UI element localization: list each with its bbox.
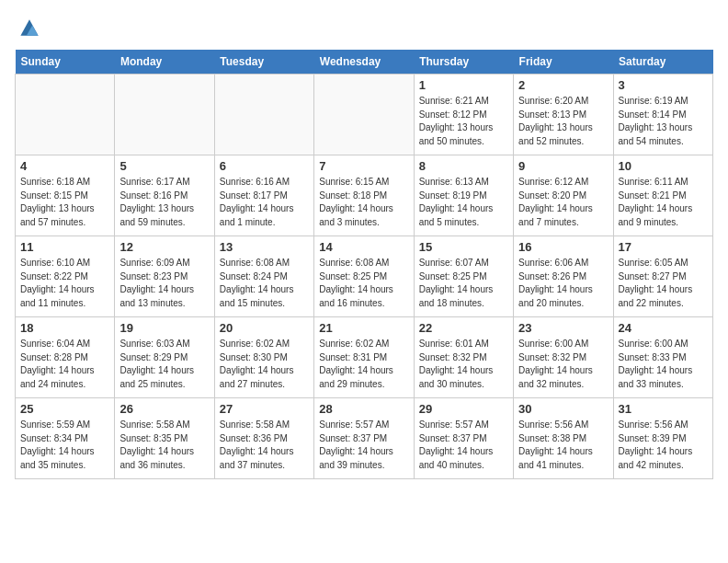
- calendar-cell: 22Sunrise: 6:01 AMSunset: 8:32 PMDayligh…: [414, 317, 513, 398]
- calendar-cell: 15Sunrise: 6:07 AMSunset: 8:25 PMDayligh…: [414, 236, 513, 317]
- day-info: Sunrise: 6:17 AMSunset: 8:16 PMDaylight:…: [119, 176, 209, 229]
- day-info: Sunrise: 6:13 AMSunset: 8:19 PMDaylight:…: [419, 176, 508, 229]
- calendar-header: SundayMondayTuesdayWednesdayThursdayFrid…: [16, 50, 713, 75]
- calendar-cell: 25Sunrise: 5:59 AMSunset: 8:34 PMDayligh…: [16, 398, 115, 479]
- calendar-cell: 19Sunrise: 6:03 AMSunset: 8:29 PMDayligh…: [115, 317, 214, 398]
- day-number: 15: [419, 240, 508, 254]
- day-info: Sunrise: 6:02 AMSunset: 8:30 PMDaylight:…: [220, 338, 309, 391]
- weekday-header-wednesday: Wednesday: [314, 50, 414, 75]
- day-number: 26: [119, 402, 209, 416]
- day-info: Sunrise: 6:16 AMSunset: 8:17 PMDaylight:…: [220, 176, 309, 229]
- calendar-cell: 11Sunrise: 6:10 AMSunset: 8:22 PMDayligh…: [16, 236, 115, 317]
- day-info: Sunrise: 6:06 AMSunset: 8:26 PMDaylight:…: [518, 257, 608, 310]
- day-number: 14: [319, 240, 408, 254]
- day-info: Sunrise: 6:00 AMSunset: 8:33 PMDaylight:…: [619, 338, 708, 391]
- day-number: 2: [518, 78, 608, 92]
- day-info: Sunrise: 5:58 AMSunset: 8:35 PMDaylight:…: [119, 419, 209, 472]
- day-info: Sunrise: 5:56 AMSunset: 8:39 PMDaylight:…: [619, 419, 708, 472]
- day-info: Sunrise: 6:12 AMSunset: 8:20 PMDaylight:…: [518, 176, 608, 229]
- calendar-cell: 5Sunrise: 6:17 AMSunset: 8:16 PMDaylight…: [115, 155, 214, 236]
- calendar-week-3: 11Sunrise: 6:10 AMSunset: 8:22 PMDayligh…: [16, 236, 713, 317]
- day-info: Sunrise: 6:11 AMSunset: 8:21 PMDaylight:…: [619, 176, 708, 229]
- calendar-cell: 3Sunrise: 6:19 AMSunset: 8:14 PMDaylight…: [613, 75, 712, 155]
- calendar-cell: 23Sunrise: 6:00 AMSunset: 8:32 PMDayligh…: [514, 317, 613, 398]
- day-number: 3: [619, 78, 708, 92]
- day-info: Sunrise: 6:08 AMSunset: 8:25 PMDaylight:…: [319, 257, 408, 310]
- day-info: Sunrise: 6:03 AMSunset: 8:29 PMDaylight:…: [119, 338, 209, 391]
- calendar-cell: 1Sunrise: 6:21 AMSunset: 8:12 PMDaylight…: [414, 75, 513, 155]
- calendar-cell: 13Sunrise: 6:08 AMSunset: 8:24 PMDayligh…: [214, 236, 313, 317]
- calendar-cell: 14Sunrise: 6:08 AMSunset: 8:25 PMDayligh…: [314, 236, 414, 317]
- calendar-table: SundayMondayTuesdayWednesdayThursdayFrid…: [15, 50, 713, 479]
- day-info: Sunrise: 5:59 AMSunset: 8:34 PMDaylight:…: [20, 419, 109, 472]
- day-number: 21: [319, 321, 408, 335]
- calendar-cell: 29Sunrise: 5:57 AMSunset: 8:37 PMDayligh…: [414, 398, 513, 479]
- calendar-week-4: 18Sunrise: 6:04 AMSunset: 8:28 PMDayligh…: [16, 317, 713, 398]
- calendar-cell: 7Sunrise: 6:15 AMSunset: 8:18 PMDaylight…: [314, 155, 414, 236]
- weekday-header-saturday: Saturday: [613, 50, 712, 75]
- calendar-cell: 21Sunrise: 6:02 AMSunset: 8:31 PMDayligh…: [314, 317, 414, 398]
- day-info: Sunrise: 6:21 AMSunset: 8:12 PMDaylight:…: [419, 95, 508, 148]
- day-info: Sunrise: 5:57 AMSunset: 8:37 PMDaylight:…: [319, 419, 408, 472]
- day-number: 9: [518, 159, 608, 173]
- calendar-cell: 12Sunrise: 6:09 AMSunset: 8:23 PMDayligh…: [115, 236, 214, 317]
- day-info: Sunrise: 5:58 AMSunset: 8:36 PMDaylight:…: [220, 419, 309, 472]
- weekday-header-thursday: Thursday: [414, 50, 513, 75]
- day-number: 25: [20, 402, 109, 416]
- calendar-week-1: 1Sunrise: 6:21 AMSunset: 8:12 PMDaylight…: [16, 75, 713, 155]
- weekday-header-row: SundayMondayTuesdayWednesdayThursdayFrid…: [16, 50, 713, 75]
- calendar-week-2: 4Sunrise: 6:18 AMSunset: 8:15 PMDaylight…: [16, 155, 713, 236]
- weekday-header-monday: Monday: [115, 50, 214, 75]
- calendar-cell: 26Sunrise: 5:58 AMSunset: 8:35 PMDayligh…: [115, 398, 214, 479]
- calendar-cell: 10Sunrise: 6:11 AMSunset: 8:21 PMDayligh…: [613, 155, 712, 236]
- calendar-cell: 31Sunrise: 5:56 AMSunset: 8:39 PMDayligh…: [613, 398, 712, 479]
- day-info: Sunrise: 5:56 AMSunset: 8:38 PMDaylight:…: [518, 419, 608, 472]
- day-number: 4: [20, 159, 109, 173]
- weekday-header-sunday: Sunday: [16, 50, 115, 75]
- day-info: Sunrise: 6:04 AMSunset: 8:28 PMDaylight:…: [20, 338, 109, 391]
- day-info: Sunrise: 6:20 AMSunset: 8:13 PMDaylight:…: [518, 95, 608, 148]
- day-number: 1: [419, 78, 508, 92]
- day-number: 17: [619, 240, 708, 254]
- calendar-week-5: 25Sunrise: 5:59 AMSunset: 8:34 PMDayligh…: [16, 398, 713, 479]
- logo-icon: [15, 15, 44, 40]
- calendar-cell: [214, 75, 313, 155]
- day-number: 12: [119, 240, 209, 254]
- day-number: 8: [419, 159, 508, 173]
- calendar-cell: 6Sunrise: 6:16 AMSunset: 8:17 PMDaylight…: [214, 155, 313, 236]
- day-info: Sunrise: 6:07 AMSunset: 8:25 PMDaylight:…: [419, 257, 508, 310]
- day-info: Sunrise: 6:01 AMSunset: 8:32 PMDaylight:…: [419, 338, 508, 391]
- day-number: 7: [319, 159, 408, 173]
- calendar-cell: 2Sunrise: 6:20 AMSunset: 8:13 PMDaylight…: [514, 75, 613, 155]
- calendar-cell: 30Sunrise: 5:56 AMSunset: 8:38 PMDayligh…: [514, 398, 613, 479]
- day-info: Sunrise: 6:09 AMSunset: 8:23 PMDaylight:…: [119, 257, 209, 310]
- calendar-body: 1Sunrise: 6:21 AMSunset: 8:12 PMDaylight…: [16, 75, 713, 479]
- calendar-cell: 24Sunrise: 6:00 AMSunset: 8:33 PMDayligh…: [613, 317, 712, 398]
- day-number: 22: [419, 321, 508, 335]
- calendar-cell: 16Sunrise: 6:06 AMSunset: 8:26 PMDayligh…: [514, 236, 613, 317]
- day-info: Sunrise: 6:18 AMSunset: 8:15 PMDaylight:…: [20, 176, 109, 229]
- day-number: 30: [518, 402, 608, 416]
- day-number: 23: [518, 321, 608, 335]
- day-info: Sunrise: 6:19 AMSunset: 8:14 PMDaylight:…: [619, 95, 708, 148]
- calendar-cell: 20Sunrise: 6:02 AMSunset: 8:30 PMDayligh…: [214, 317, 313, 398]
- page-header: [15, 15, 713, 40]
- calendar-cell: 28Sunrise: 5:57 AMSunset: 8:37 PMDayligh…: [314, 398, 414, 479]
- day-info: Sunrise: 6:00 AMSunset: 8:32 PMDaylight:…: [518, 338, 608, 391]
- calendar-cell: [314, 75, 414, 155]
- day-number: 10: [619, 159, 708, 173]
- day-number: 31: [619, 402, 708, 416]
- day-info: Sunrise: 6:15 AMSunset: 8:18 PMDaylight:…: [319, 176, 408, 229]
- day-number: 28: [319, 402, 408, 416]
- calendar-cell: 18Sunrise: 6:04 AMSunset: 8:28 PMDayligh…: [16, 317, 115, 398]
- day-number: 20: [220, 321, 309, 335]
- logo: [15, 15, 48, 40]
- calendar-cell: 8Sunrise: 6:13 AMSunset: 8:19 PMDaylight…: [414, 155, 513, 236]
- weekday-header-tuesday: Tuesday: [214, 50, 313, 75]
- calendar-cell: 9Sunrise: 6:12 AMSunset: 8:20 PMDaylight…: [514, 155, 613, 236]
- calendar-cell: 4Sunrise: 6:18 AMSunset: 8:15 PMDaylight…: [16, 155, 115, 236]
- day-number: 18: [20, 321, 109, 335]
- day-number: 29: [419, 402, 508, 416]
- day-number: 27: [220, 402, 309, 416]
- day-number: 11: [20, 240, 109, 254]
